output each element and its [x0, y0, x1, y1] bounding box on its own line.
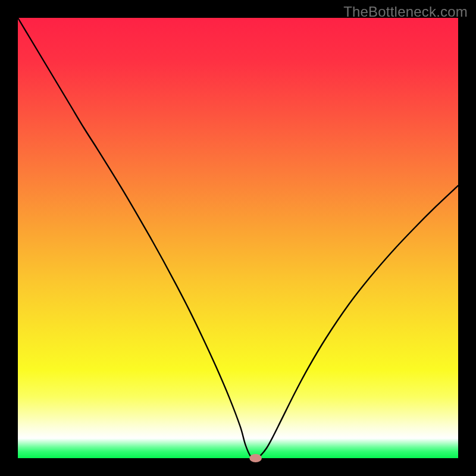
plot-area [18, 18, 458, 458]
chart-frame: { "watermark": "TheBottleneck.com", "col… [0, 0, 476, 476]
optimum-marker [249, 454, 262, 462]
bottleneck-chart [0, 0, 476, 476]
watermark-text: TheBottleneck.com [343, 4, 468, 20]
